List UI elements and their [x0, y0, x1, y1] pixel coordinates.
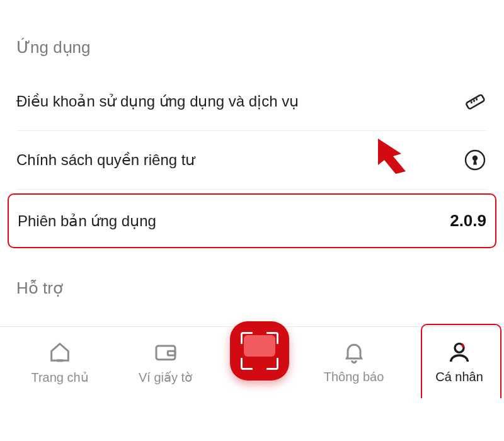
row-privacy[interactable]: Chính sách quyền riêng tư	[16, 131, 488, 190]
section-title-support: Hỗ trợ	[16, 278, 488, 298]
row-version-highlighted[interactable]: Phiên bản ứng dụng 2.0.9	[8, 193, 496, 248]
nav-notifications[interactable]: Thông báo	[313, 338, 395, 384]
row-version-value: 2.0.9	[450, 211, 486, 231]
nav-home[interactable]: Trang chủ	[19, 338, 101, 385]
svg-line-2	[473, 100, 475, 102]
row-privacy-label: Chính sách quyền riêng tư	[16, 151, 462, 169]
home-icon	[46, 338, 74, 366]
svg-rect-9	[168, 351, 175, 355]
ruler-icon	[462, 89, 488, 114]
row-terms-label: Điều khoản sử dụng ứng dụng và dịch vụ	[16, 93, 462, 110]
svg-line-3	[476, 98, 478, 101]
keyhole-icon	[462, 147, 488, 173]
row-terms[interactable]: Điều khoản sử dụng ứng dụng và dịch vụ	[16, 72, 488, 131]
bottom-nav: Trang chủ Ví giấy tờ Thông báo	[0, 326, 504, 396]
svg-line-1	[471, 101, 472, 104]
nav-scan-button[interactable]	[230, 321, 289, 381]
svg-rect-8	[156, 346, 175, 360]
bell-icon	[340, 338, 368, 366]
nav-profile-label: Cá nhân	[435, 370, 483, 384]
person-icon	[445, 338, 473, 366]
svg-point-5	[473, 156, 477, 160]
section-title-app: Ứng dụng	[16, 38, 488, 57]
nav-notifications-label: Thông báo	[324, 370, 384, 384]
nav-wallet-label: Ví giấy tờ	[139, 370, 192, 385]
row-version-label: Phiên bản ứng dụng	[18, 212, 450, 230]
nav-home-label: Trang chủ	[31, 370, 88, 385]
nav-profile[interactable]: Cá nhân	[418, 338, 500, 384]
wallet-icon	[152, 338, 180, 366]
nav-wallet[interactable]: Ví giấy tờ	[125, 338, 207, 385]
svg-rect-0	[466, 94, 484, 110]
scan-icon	[241, 332, 278, 370]
